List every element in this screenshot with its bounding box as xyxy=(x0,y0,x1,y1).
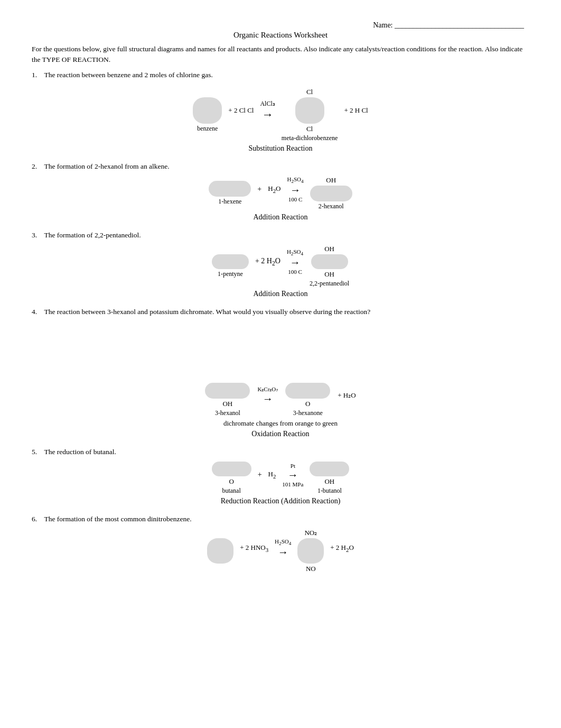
q2-plus: + xyxy=(257,185,261,193)
q5-butanal: O butanal xyxy=(212,462,251,495)
question-3: 3. The formation of 2,2-pentanediol. 1-p… xyxy=(32,231,529,298)
name-label: Name: __________________________________… xyxy=(373,21,524,29)
q4-observation: dichromate changes from orange to green xyxy=(32,419,529,428)
instructions: For the questions below, give full struc… xyxy=(32,44,529,66)
q6-arrow: H2SO4 → xyxy=(275,538,291,558)
question-2: 2. The formation of 2-hexanol from an al… xyxy=(32,162,529,222)
q1-reaction-type: Substitution Reaction xyxy=(32,144,529,153)
question-1: 1. The reaction between benzene and 2 mo… xyxy=(32,71,529,153)
q6-text: 6. The formation of the most common dini… xyxy=(32,515,529,523)
q4-arrow: K₂Cr₂O₇ → xyxy=(257,386,278,405)
question-6: 6. The formation of the most common dini… xyxy=(32,515,529,573)
q4-reaction-type: Oxidation Reaction xyxy=(32,430,529,438)
q5-h2: H2 xyxy=(268,470,276,480)
q6-byproduct: + 2 H2O xyxy=(330,543,354,553)
q3-text: 3. The formation of 2,2-pentanediol. xyxy=(32,231,529,239)
q3-plus-water: + 2 H2O xyxy=(255,257,280,267)
q4-hexanone: O 3-hexanone xyxy=(285,383,330,417)
q2-text: 2. The formation of 2-hexanol from an al… xyxy=(32,162,529,171)
q2-water: H2O xyxy=(268,185,280,194)
q1-byproduct: + 2 H Cl xyxy=(344,106,368,115)
q5-plus: + xyxy=(258,471,262,479)
q1-product: Cl Cl meta-dichlorobenzene xyxy=(282,88,338,142)
q4-hexanol: OH 3-hexanol xyxy=(205,383,250,417)
q3-pentyne: 1-pentyne xyxy=(212,254,249,278)
question-5: 5. The reduction of butanal. O butanal +… xyxy=(32,448,529,505)
worksheet-title: Organic Reactions Worksheet xyxy=(32,31,529,40)
q2-reaction-type: Addition Reaction xyxy=(32,213,529,222)
question-4: 4. The reaction between 3-hexanol and po… xyxy=(32,308,529,438)
q6-benzene xyxy=(207,538,233,564)
name-line: Name: __________________________________… xyxy=(32,21,529,30)
q6-product: NO₂ NO xyxy=(297,529,324,573)
q5-butanol: OH 1-butanol xyxy=(310,462,349,495)
q4-text: 4. The reaction between 3-hexanol and po… xyxy=(32,308,529,316)
q1-benzene: benzene xyxy=(193,97,222,133)
q2-arrow: H2SO4 → 100 C xyxy=(287,176,303,202)
q2-product: OH 2-hexanol xyxy=(310,176,352,210)
q5-reaction-type: Reduction Reaction (Addition Reaction) xyxy=(32,497,529,505)
q3-reaction-type: Addition Reaction xyxy=(32,290,529,298)
q5-arrow: Pt → 101 MPa xyxy=(282,463,303,487)
q3-product: OH OH 2,2-pentanediol xyxy=(310,245,349,288)
q6-plus-hno3: + 2 HNO3 xyxy=(240,543,268,553)
q5-text: 5. The reduction of butanal. xyxy=(32,448,529,456)
q3-arrow: H2SO4 → 100 C xyxy=(287,248,303,275)
q2-hexene: 1-hexene xyxy=(209,181,251,206)
q4-byproduct: + H₂O xyxy=(338,391,356,400)
q1-arrow-area: AlCl₃ → xyxy=(260,100,275,122)
q1-chlorine: + 2 Cl Cl xyxy=(228,106,254,115)
q1-text: 1. The reaction between benzene and 2 mo… xyxy=(32,71,529,79)
